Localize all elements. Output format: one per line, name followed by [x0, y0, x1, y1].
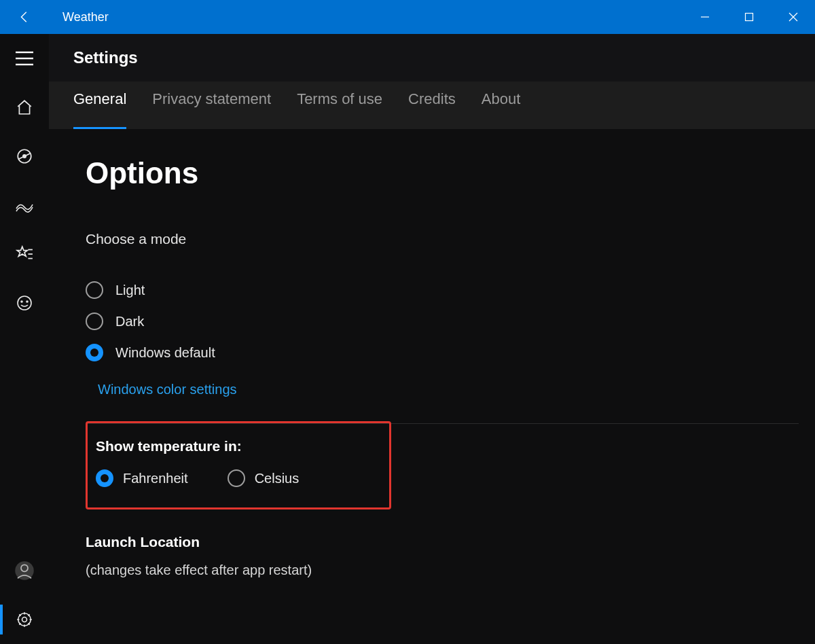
main-area: Settings General Privacy statement Terms… — [49, 34, 815, 644]
sidebar-item-forecast[interactable] — [0, 83, 49, 132]
sidebar-item-settings[interactable] — [0, 595, 49, 644]
sidebar-item-feedback[interactable] — [0, 279, 49, 327]
sidebar — [0, 34, 49, 644]
temperature-unit-group: Fahrenheit Celsius — [96, 469, 370, 487]
svg-marker-9 — [17, 247, 27, 256]
radio-windows-default[interactable]: Windows default — [86, 344, 808, 361]
radio-celsius[interactable]: Celsius — [228, 469, 300, 487]
back-button[interactable] — [0, 0, 49, 34]
svg-rect-1 — [745, 14, 753, 21]
sidebar-item-maps[interactable] — [0, 132, 49, 181]
close-button[interactable] — [771, 0, 815, 34]
radio-label: Windows default — [115, 345, 215, 361]
options-heading: Options — [86, 156, 808, 190]
svg-point-8 — [23, 155, 26, 158]
settings-content[interactable]: Options Choose a mode Light Dark Windows… — [61, 136, 808, 644]
radio-light[interactable]: Light — [86, 281, 808, 299]
tab-privacy[interactable]: Privacy statement — [152, 82, 271, 129]
theme-mode-group: Light Dark Windows default — [86, 281, 808, 361]
radio-label: Dark — [115, 314, 144, 329]
window-controls — [683, 0, 815, 34]
tab-credits[interactable]: Credits — [408, 82, 456, 129]
radio-label: Celsius — [255, 471, 300, 486]
page-title: Settings — [73, 48, 138, 67]
launch-location-note: (changes take effect after app restart) — [86, 562, 808, 578]
choose-mode-label: Choose a mode — [86, 231, 808, 247]
svg-point-18 — [22, 618, 27, 622]
sidebar-item-historical[interactable] — [0, 181, 49, 230]
tab-about[interactable]: About — [482, 82, 521, 129]
maximize-button[interactable] — [727, 0, 771, 34]
radio-fahrenheit[interactable]: Fahrenheit — [96, 469, 188, 487]
svg-point-19 — [18, 613, 31, 626]
hamburger-menu-button[interactable] — [0, 34, 49, 83]
tab-general[interactable]: General — [73, 82, 126, 129]
title-bar: Weather — [0, 0, 815, 34]
sidebar-item-account[interactable] — [0, 546, 49, 595]
radio-label: Fahrenheit — [123, 471, 188, 486]
radio-icon — [228, 469, 245, 487]
svg-point-14 — [21, 301, 22, 302]
temperature-heading: Show temperature in: — [96, 438, 370, 454]
page-header: Settings — [49, 34, 815, 82]
settings-tabs: General Privacy statement Terms of use C… — [49, 82, 815, 129]
svg-point-15 — [26, 301, 28, 302]
radio-dark[interactable]: Dark — [86, 312, 808, 330]
radio-label: Light — [115, 283, 145, 298]
radio-icon — [86, 344, 103, 361]
radio-icon — [86, 312, 103, 330]
temperature-section-highlight: Show temperature in: Fahrenheit Celsius — [86, 421, 391, 509]
launch-location-heading: Launch Location — [86, 534, 808, 550]
windows-color-settings-link[interactable]: Windows color settings — [98, 382, 237, 397]
radio-icon — [86, 281, 103, 299]
radio-icon — [96, 469, 113, 487]
tab-terms[interactable]: Terms of use — [297, 82, 382, 129]
svg-point-13 — [18, 296, 31, 310]
minimize-button[interactable] — [683, 0, 727, 34]
app-title: Weather — [49, 10, 109, 24]
sidebar-item-favorites[interactable] — [0, 230, 49, 279]
